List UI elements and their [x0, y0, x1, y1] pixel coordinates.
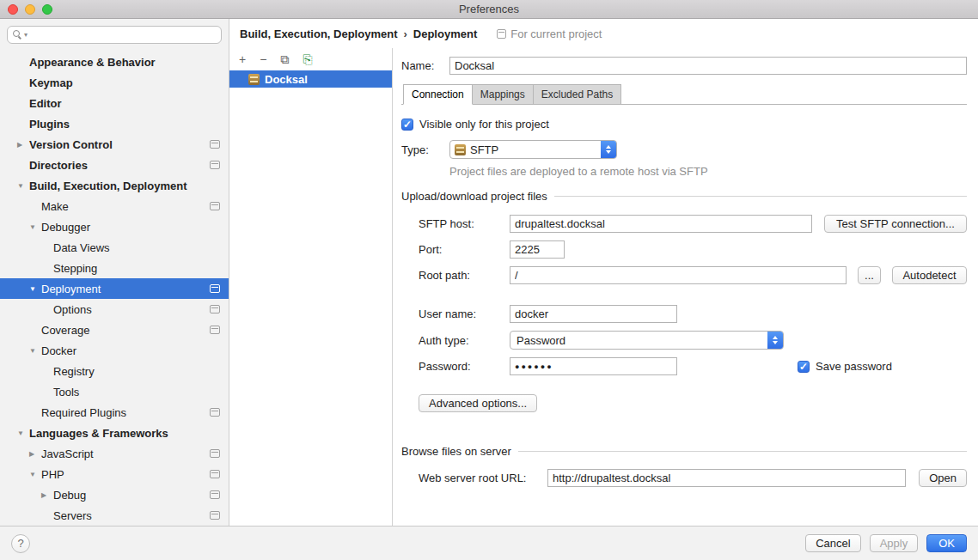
minimize-button[interactable]: [25, 4, 35, 15]
search-icon: [13, 30, 22, 40]
save-password-checkbox[interactable]: [798, 361, 810, 373]
open-button[interactable]: Open: [919, 469, 967, 487]
password-input[interactable]: [510, 357, 677, 375]
traffic-lights: [8, 4, 52, 15]
apply-button[interactable]: Apply: [870, 534, 919, 552]
sidebar-item-stepping[interactable]: Stepping: [0, 258, 229, 278]
chevron-right-icon[interactable]: ▶: [29, 450, 41, 458]
chevron-right-icon[interactable]: ▶: [41, 491, 53, 499]
sidebar-item-label: Appearance & Behavior: [29, 56, 156, 69]
sidebar-item-required-plugins[interactable]: Required Plugins: [0, 402, 229, 423]
section-divider: [518, 451, 967, 452]
dropdown-stepper-icon: [601, 140, 616, 159]
sidebar-item-php[interactable]: ▼PHP: [0, 464, 229, 484]
breadcrumb-page: Deployment: [413, 27, 477, 40]
copy-icon[interactable]: ⧉: [280, 53, 289, 65]
shared-settings-icon: [210, 511, 220, 520]
sftp-host-input[interactable]: [510, 215, 812, 233]
sidebar-item-label: Plugins: [29, 118, 70, 131]
tab-connection[interactable]: Connection: [403, 84, 473, 105]
name-input[interactable]: [449, 57, 967, 75]
advanced-options-button[interactable]: Advanced options...: [419, 394, 537, 412]
ok-button[interactable]: OK: [926, 534, 967, 552]
settings-content: Build, Execution, Deployment › Deploymen…: [229, 19, 978, 526]
preferences-window: Preferences ▾ Appearance & BehaviorKeyma…: [0, 0, 978, 560]
sidebar-item-servers[interactable]: Servers: [0, 505, 229, 526]
chevron-down-icon[interactable]: ▼: [29, 285, 41, 293]
sidebar-item-registry[interactable]: Registry: [0, 361, 229, 381]
close-button[interactable]: [8, 4, 18, 15]
user-name-input[interactable]: [510, 305, 677, 323]
web-server-root-input[interactable]: [547, 469, 906, 487]
sidebar-item-data-views[interactable]: Data Views: [0, 237, 229, 258]
sftp-server-icon: [248, 74, 260, 85]
autodetect-button[interactable]: Autodetect: [892, 266, 967, 284]
sidebar-item-docker[interactable]: ▼Docker: [0, 340, 229, 361]
sidebar-item-tools[interactable]: Tools: [0, 381, 229, 402]
titlebar: Preferences: [0, 0, 978, 19]
test-sftp-connection-button[interactable]: Test SFTP connection...: [824, 215, 967, 233]
shared-settings-icon: [210, 408, 220, 417]
add-icon[interactable]: +: [239, 53, 246, 65]
sidebar-item-javascript[interactable]: ▶JavaScript: [0, 443, 229, 464]
zoom-button[interactable]: [42, 4, 52, 15]
sidebar-item-version-control[interactable]: ▶Version Control: [0, 134, 229, 155]
sidebar-item-plugins[interactable]: Plugins: [0, 113, 229, 134]
chevron-down-icon[interactable]: ▼: [29, 223, 41, 231]
visible-only-label: Visible only for this project: [419, 118, 549, 131]
sidebar-item-label: Directories: [29, 159, 88, 172]
type-dropdown[interactable]: SFTP: [449, 140, 617, 159]
chevron-down-icon[interactable]: ▼: [29, 471, 41, 478]
sidebar-item-label: Servers: [53, 509, 92, 522]
sidebar-item-deployment[interactable]: ▼Deployment: [0, 278, 229, 299]
type-label: Type:: [401, 143, 449, 156]
sidebar-item-editor[interactable]: Editor: [0, 93, 229, 113]
server-list: Docksal: [229, 70, 392, 88]
tab-mappings[interactable]: Mappings: [472, 84, 534, 105]
tab-excluded-paths[interactable]: Excluded Paths: [533, 84, 621, 105]
auth-type-dropdown[interactable]: Password: [510, 331, 784, 350]
sidebar-item-directories[interactable]: Directories: [0, 155, 229, 175]
sidebar-item-coverage[interactable]: Coverage: [0, 320, 229, 340]
search-box[interactable]: ▾: [7, 26, 222, 44]
sidebar-item-label: Docker: [41, 344, 76, 357]
sidebar-item-debug[interactable]: ▶Debug: [0, 484, 229, 505]
chevron-right-icon[interactable]: ▶: [17, 141, 29, 149]
breadcrumb-separator-icon: ›: [403, 27, 406, 40]
search-history-chevron-icon[interactable]: ▾: [24, 32, 28, 39]
breadcrumb-category[interactable]: Build, Execution, Deployment: [240, 27, 397, 40]
sidebar-item-debugger[interactable]: ▼Debugger: [0, 216, 229, 237]
sidebar-item-label: PHP: [41, 468, 64, 481]
shared-settings-icon: [210, 202, 220, 210]
sidebar-item-keymap[interactable]: Keymap: [0, 72, 229, 93]
duplicate-icon[interactable]: ⎘: [303, 53, 312, 65]
search-input[interactable]: [29, 28, 216, 41]
browse-section-title: Browse files on server: [401, 445, 511, 458]
password-label: Password:: [419, 360, 510, 373]
current-project-icon: [497, 29, 506, 39]
root-path-input[interactable]: [510, 266, 847, 284]
shared-settings-icon: [210, 449, 220, 458]
browse-root-path-button[interactable]: ...: [858, 266, 881, 284]
chevron-down-icon[interactable]: ▼: [29, 347, 41, 355]
sidebar-item-options[interactable]: Options: [0, 299, 229, 320]
sidebar-item-label: Options: [53, 303, 92, 316]
auth-type-value: Password: [517, 334, 565, 347]
help-button[interactable]: ?: [11, 534, 30, 553]
section-divider: [554, 196, 967, 197]
sidebar-item-label: Deployment: [41, 283, 101, 295]
sidebar-item-label: Languages & Frameworks: [29, 427, 168, 440]
cancel-button[interactable]: Cancel: [805, 534, 860, 552]
root-path-label: Root path:: [419, 269, 510, 282]
remove-icon[interactable]: −: [260, 53, 266, 65]
visible-only-checkbox[interactable]: [401, 119, 413, 131]
chevron-down-icon[interactable]: ▼: [17, 429, 29, 437]
sidebar-item-appearance-behavior[interactable]: Appearance & Behavior: [0, 52, 229, 72]
server-list-item[interactable]: Docksal: [229, 70, 392, 88]
sidebar-item-languages-frameworks[interactable]: ▼Languages & Frameworks: [0, 423, 229, 443]
chevron-down-icon[interactable]: ▼: [17, 182, 29, 190]
sidebar-item-make[interactable]: Make: [0, 196, 229, 216]
port-input[interactable]: [510, 240, 565, 259]
sidebar-item-build-execution-deployment[interactable]: ▼Build, Execution, Deployment: [0, 175, 229, 196]
sidebar-item-label: Editor: [29, 97, 62, 110]
